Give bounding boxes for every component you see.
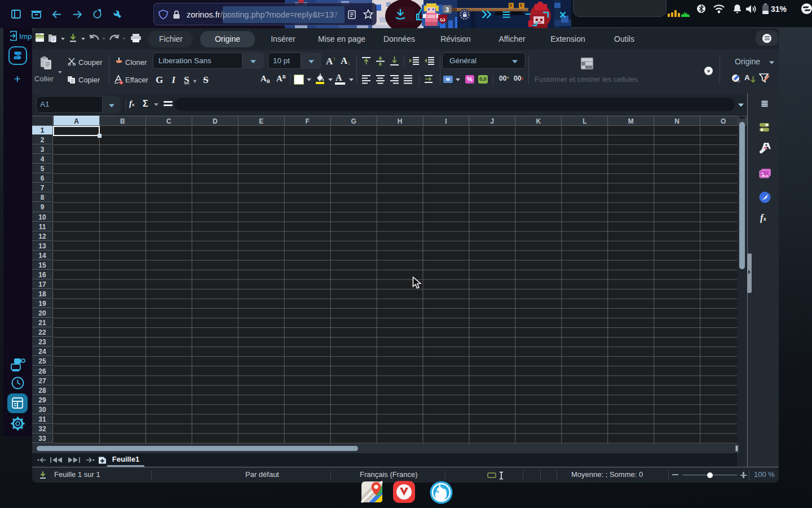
svg-text:3: 3 <box>445 6 449 13</box>
svg-text:ω: ω <box>440 16 445 23</box>
svg-text:Imp: Imp <box>19 32 32 41</box>
